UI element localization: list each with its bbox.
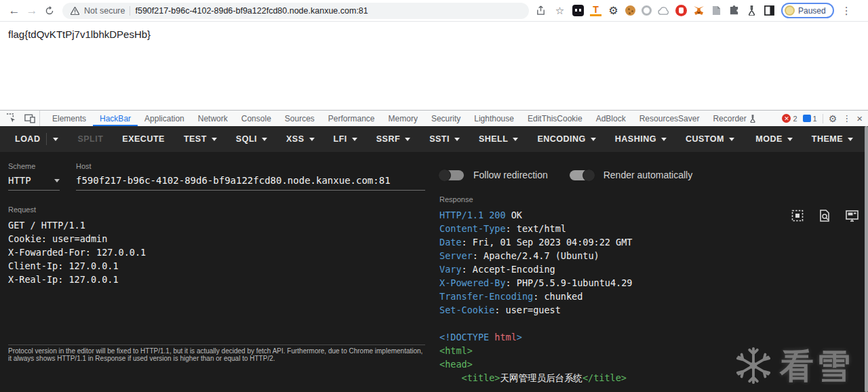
render-in-browser-icon[interactable] [845, 209, 859, 222]
adblock-hand-extension-icon[interactable] [675, 5, 687, 16]
encoding-button[interactable]: ENCODING [528, 126, 605, 152]
tab-performance[interactable]: Performance [321, 111, 382, 126]
protocol-note-wrap: Protocol version in the editor will be f… [8, 345, 425, 362]
preview-source-icon[interactable] [818, 209, 831, 222]
toggle-track[interactable] [439, 170, 464, 180]
scheme-select[interactable]: HTTP [8, 173, 60, 191]
chevron-down-icon [454, 138, 460, 141]
ssrf-button[interactable]: SSRF [367, 126, 420, 152]
split-button: SPLIT [68, 126, 113, 152]
devtools-settings-gear-icon[interactable]: ⚙ [829, 113, 837, 124]
tab-lighthouse[interactable]: Lighthouse [467, 111, 521, 126]
tab-sources[interactable]: Sources [278, 111, 321, 126]
address-bar[interactable]: Not secure f590f217-b96c-4102-89d6-bf9a1… [62, 3, 529, 19]
hackbar-panel: LOADSPLITEXECUTETESTSQLIXSSLFISSRFSSTISH… [0, 126, 868, 392]
request-line[interactable]: X-Real-Ip: 127.0.0.1 [8, 273, 425, 286]
puzzle-extension-icon[interactable] [728, 5, 740, 16]
response-line: Set-Cookie: user=guest [439, 303, 854, 317]
chevron-down-icon [309, 138, 315, 141]
chevron-down-icon [591, 138, 596, 141]
sqli-button[interactable]: SQLI [226, 126, 277, 152]
render-automatically-toggle[interactable]: Render automatically [570, 170, 693, 180]
console-messages-badge[interactable]: 1 [803, 115, 817, 123]
reload-button[interactable] [41, 2, 58, 20]
ssti-button[interactable]: SSTI [420, 126, 469, 152]
profile-paused-pill[interactable]: Paused [781, 3, 834, 18]
lfi-button[interactable]: LFI [324, 126, 367, 152]
request-line[interactable]: GET / HTTP/1.1 [8, 218, 425, 232]
select-body-icon[interactable] [791, 209, 804, 222]
shell-button[interactable]: SHELL [469, 126, 528, 152]
security-status-label[interactable]: Not secure [84, 6, 125, 16]
follow-redirection-toggle[interactable]: Follow redirection [439, 170, 548, 180]
devtools-menu-kebab-icon[interactable]: ⋮ [842, 113, 851, 123]
request-editor[interactable]: GET / HTTP/1.1Cookie: user=adminX-Foward… [8, 218, 425, 286]
not-secure-warning-icon [71, 7, 79, 15]
devtools-tab-bar: ElementsHackBarApplicationNetworkConsole… [0, 110, 868, 126]
hackbar-toolbar: LOADSPLITEXECUTETESTSQLIXSSLFISSRFSSTISH… [0, 126, 868, 152]
devtools-close-icon[interactable]: × [856, 113, 863, 124]
cloud-extension-icon[interactable] [658, 5, 669, 16]
ring-extension-icon[interactable] [642, 5, 652, 16]
console-errors-badge[interactable]: ✕ 2 [782, 114, 797, 123]
profile-avatar [785, 5, 795, 16]
toggle-knob[interactable] [583, 169, 595, 182]
orange-t-extension-icon[interactable]: T [590, 5, 601, 16]
inspect-element-icon[interactable] [4, 113, 18, 125]
reload-icon [45, 6, 54, 16]
flask-extension-icon[interactable] [746, 5, 757, 16]
back-button[interactable]: ← [5, 2, 23, 20]
mode-button[interactable]: MODE [746, 126, 802, 152]
metamask-fox-extension-icon[interactable] [693, 5, 705, 16]
tab-elements[interactable]: Elements [45, 111, 93, 126]
execute-button[interactable]: EXECUTE [113, 126, 174, 152]
test-button[interactable]: TEST [174, 126, 226, 152]
flask-icon [749, 115, 756, 123]
host-field: Host f590f217-b96c-4102-89d6-bf9a122fcd8… [76, 162, 425, 191]
custom-button[interactable]: CUSTOM [676, 126, 744, 152]
omnibox-divider [130, 6, 130, 16]
device-toolbar-icon[interactable] [23, 113, 37, 125]
cookie-extension-icon[interactable] [625, 5, 635, 16]
tab-memory[interactable]: Memory [382, 111, 425, 126]
hashing-button[interactable]: HASHING [606, 126, 676, 152]
message-count: 1 [813, 115, 817, 123]
host-input[interactable]: f590f217-b96c-4102-89d6-bf9a122fcd80.nod… [76, 173, 425, 191]
chevron-down-icon [262, 138, 267, 141]
document-extension-icon[interactable] [711, 5, 722, 16]
response-line: Date: Fri, 01 Sep 2023 04:09:22 GMT [439, 235, 854, 249]
gear-extension-icon[interactable]: ⚙ [608, 5, 619, 16]
message-icon [803, 115, 811, 122]
xss-button[interactable]: XSS [277, 126, 324, 152]
tab-hackbar[interactable]: HackBar [93, 111, 138, 126]
chevron-down-icon [787, 138, 793, 141]
tab-editthiscookie[interactable]: EditThisCookie [521, 111, 589, 126]
tab-application[interactable]: Application [138, 111, 191, 126]
request-line[interactable]: X-Fowarded-For: 127.0.0.1 [8, 246, 425, 259]
chevron-down-icon [729, 138, 734, 141]
tab-network[interactable]: Network [191, 111, 235, 126]
tab-adblock[interactable]: AdBlock [589, 111, 633, 126]
theme-button[interactable]: THEME [802, 126, 863, 152]
tab-security[interactable]: Security [425, 111, 467, 126]
request-line[interactable]: Cookie: user=admin [8, 232, 425, 246]
tab-resourcessaver[interactable]: ResourcesSaver [633, 111, 707, 126]
scheme-label: Scheme [8, 162, 60, 170]
tab-console[interactable]: Console [235, 111, 278, 126]
flag-text: flag{tdQvKTtPj7v1lbhkDPesHb} [8, 28, 860, 40]
share-icon[interactable] [534, 4, 547, 17]
dark-reader-extension-icon[interactable] [572, 5, 584, 16]
request-line[interactable]: Client-Ip: 127.0.0.1 [8, 259, 425, 273]
chevron-down-icon [513, 138, 518, 141]
split-window-extension-icon[interactable] [764, 5, 775, 16]
panel-scrollbar[interactable] [865, 126, 868, 392]
toggle-track[interactable] [570, 170, 594, 180]
toggle-knob[interactable] [438, 169, 451, 182]
bookmark-star-icon[interactable]: ☆ [553, 4, 566, 17]
tab-recorder[interactable]: Recorder [706, 111, 762, 126]
browser-menu-kebab-icon[interactable]: ⋮ [840, 4, 853, 17]
forward-button[interactable]: → [23, 2, 41, 20]
url-text[interactable]: f590f217-b96c-4102-89d6-bf9a122fcd80.nod… [135, 6, 368, 16]
snowflake-icon [734, 346, 773, 388]
load-button[interactable]: LOAD [5, 126, 68, 152]
